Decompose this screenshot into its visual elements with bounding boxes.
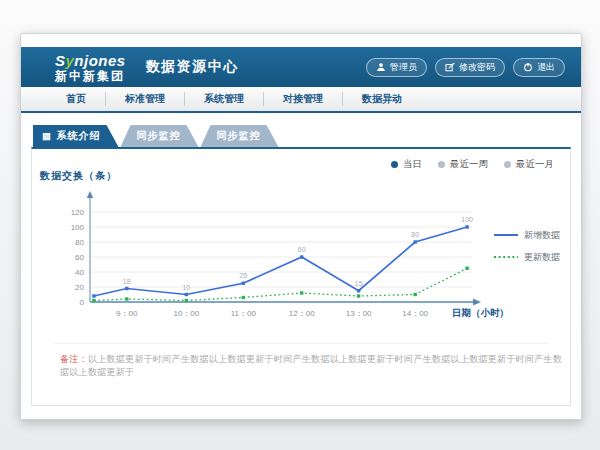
data-exchange-line-chart: 0204060801001209：0010：0011：0012：0013：001…: [46, 189, 568, 325]
tab-label: 系统介绍: [57, 129, 101, 143]
nav-item-3[interactable]: 对接管理: [263, 92, 342, 106]
header-button-label: 管理员: [390, 61, 417, 74]
x-axis-tick-label: 14：00: [402, 309, 428, 318]
header-button-label: 退出: [537, 61, 555, 74]
data-point-marker: [413, 293, 416, 296]
data-point-marker: [185, 293, 188, 296]
header-button-admin[interactable]: 管理员: [366, 58, 427, 77]
radio-label: 最近一月: [516, 158, 554, 171]
x-axis-tick-label: 13：00: [346, 309, 372, 318]
data-point-marker: [357, 294, 360, 297]
x-axis-tick-label: 10：00: [173, 309, 199, 318]
radio-unselected-icon: [504, 161, 511, 168]
data-point-marker: [185, 299, 188, 302]
x-axis-tick-label: 11：00: [231, 309, 257, 318]
data-point-label: 100: [461, 216, 473, 223]
chart-x-axis-title: 日期（小时）: [452, 307, 509, 319]
footnote: 备注：以上数据更新于时间产生数据以上数据更新于时间产生数据以上数据更新于时间产生…: [60, 353, 570, 379]
data-point-marker: [300, 291, 303, 294]
legend-item-0[interactable]: 新增数据: [494, 230, 560, 240]
radio-label: 最近一周: [450, 158, 488, 171]
power-icon: [523, 62, 533, 72]
data-point-marker: [465, 267, 468, 270]
x-axis-arrow-icon: [473, 298, 481, 305]
y-axis-arrow-icon: [87, 191, 93, 198]
series-line-1: [94, 268, 467, 300]
tab-bar: ▤系统介绍同步监控同步监控: [33, 125, 281, 147]
y-axis-tick-label: 40: [75, 268, 84, 277]
x-axis-tick-label: 12：00: [289, 309, 315, 318]
chart-y-axis-title: 数据交换（条）: [40, 169, 117, 183]
time-filter-option-1[interactable]: 最近一周: [438, 158, 488, 171]
radio-unselected-icon: [438, 161, 445, 168]
legend-label: 新增数据: [524, 230, 560, 240]
data-point-marker: [125, 287, 128, 290]
nav-item-0[interactable]: 首页: [47, 92, 105, 106]
data-point-marker: [242, 282, 245, 285]
document-icon: ▤: [42, 131, 52, 141]
logo-text-en: Synjones: [55, 53, 126, 68]
nav-item-4[interactable]: 数据异动: [342, 92, 421, 106]
app-title: 数据资源中心: [146, 58, 239, 76]
data-point-label: 10: [182, 284, 190, 291]
data-point-label: 60: [298, 246, 306, 253]
content-area: ▤系统介绍同步监控同步监控 当日最近一周最近一月 数据交换（条） 0204060…: [21, 115, 581, 419]
data-point-label: 18: [123, 278, 131, 285]
y-axis-tick-label: 80: [75, 238, 84, 247]
header-button-change-password[interactable]: 修改密码: [435, 58, 505, 77]
company-logo: Synjones 新中新集团: [55, 53, 126, 82]
data-point-marker: [300, 255, 303, 258]
y-axis-tick-label: 20: [75, 283, 84, 292]
logo-y-accent: y: [66, 52, 75, 69]
logo-text-cn: 新中新集团: [55, 70, 126, 82]
y-axis-tick-label: 0: [80, 298, 85, 307]
data-point-marker: [242, 296, 245, 299]
header-actions: 管理员修改密码退出: [366, 58, 565, 77]
time-range-filter: 当日最近一周最近一月: [391, 158, 554, 171]
system-intro-panel: 当日最近一周最近一月 数据交换（条） 0204060801001209：0010…: [31, 147, 571, 406]
tab-0-active[interactable]: ▤系统介绍: [33, 125, 119, 147]
nav-item-1[interactable]: 标准管理: [105, 92, 184, 106]
header-button-label: 修改密码: [459, 61, 495, 74]
data-point-marker: [92, 294, 95, 297]
nav-item-2[interactable]: 系统管理: [184, 92, 263, 106]
time-filter-option-2[interactable]: 最近一月: [504, 158, 554, 171]
data-point-marker: [413, 240, 416, 243]
tab-label: 同步监控: [137, 129, 181, 143]
footnote-text: 以上数据更新于时间产生数据以上数据更新于时间产生数据以上数据更新于时间产生数据以…: [60, 354, 562, 377]
tab-2[interactable]: 同步监控: [201, 125, 279, 147]
y-axis-tick-label: 60: [75, 253, 84, 262]
header-button-logout[interactable]: 退出: [513, 58, 565, 77]
app-header: Synjones 新中新集团 数据资源中心 管理员修改密码退出: [21, 47, 581, 87]
data-point-label: 15: [355, 280, 363, 287]
footnote-divider: [54, 343, 548, 344]
data-point-marker: [465, 225, 468, 228]
radio-label: 当日: [403, 158, 422, 171]
data-point-label: 25: [239, 272, 247, 279]
time-filter-option-0[interactable]: 当日: [391, 158, 422, 171]
app-window: Synjones 新中新集团 数据资源中心 管理员修改密码退出 首页标准管理系统…: [20, 33, 582, 420]
x-axis-tick-label: 9：00: [116, 309, 138, 318]
footnote-prefix: 备注：: [60, 354, 88, 364]
data-point-marker: [92, 299, 95, 302]
tab-label: 同步监控: [217, 129, 261, 143]
legend-label: 更新数据: [524, 252, 560, 262]
page-top-strip: [21, 34, 581, 47]
y-axis-tick-label: 120: [71, 208, 85, 217]
legend-item-1[interactable]: 更新数据: [494, 252, 560, 262]
data-point-marker: [125, 297, 128, 300]
y-axis-tick-label: 100: [71, 223, 85, 232]
main-nav: 首页标准管理系统管理对接管理数据异动: [21, 87, 581, 113]
data-point-label: 80: [411, 231, 419, 238]
user-icon: [376, 62, 386, 72]
edit-icon: [445, 62, 455, 72]
tab-1[interactable]: 同步监控: [121, 125, 199, 147]
radio-selected-icon: [391, 161, 398, 168]
data-point-marker: [357, 289, 360, 292]
